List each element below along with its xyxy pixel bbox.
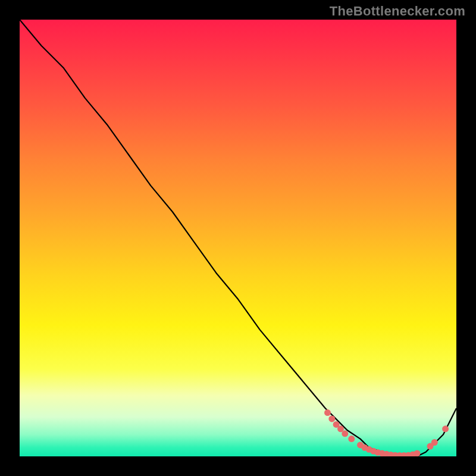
marker-dot — [324, 409, 331, 416]
marker-dot — [348, 436, 355, 442]
chart-svg — [20, 20, 456, 456]
marker-group — [324, 409, 449, 456]
plot-area — [20, 20, 456, 456]
bottleneck-curve — [20, 20, 456, 456]
marker-dot — [328, 415, 335, 422]
marker-dot — [342, 430, 348, 437]
marker-dot — [442, 425, 449, 432]
marker-dot — [414, 450, 420, 456]
watermark-text: TheBottlenecker.com — [330, 4, 465, 19]
outer-frame: TheBottlenecker.com — [0, 0, 476, 476]
marker-dot — [431, 439, 438, 446]
